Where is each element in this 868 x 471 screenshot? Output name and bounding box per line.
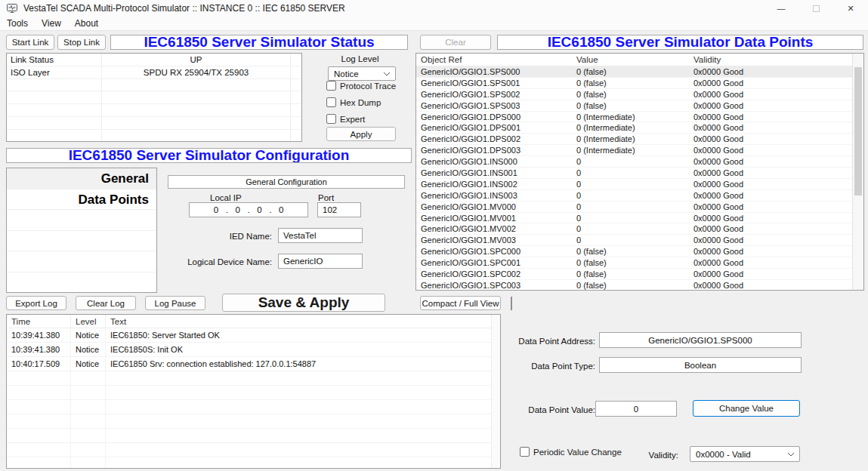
- table-row[interactable]: ISO LayerSPDU RX 25904/TX 25903: [7, 66, 301, 79]
- cell-object-ref: GenericIO/GGIO1.MV003: [416, 235, 572, 245]
- table-row[interactable]: GenericIO/GGIO1.DPS0010 (Intermediate)0x…: [416, 122, 852, 134]
- table-row[interactable]: GenericIO/GGIO1.SPC0010 (false)0x0000 Go…: [416, 257, 852, 269]
- cell-text: [106, 371, 491, 385]
- table-row[interactable]: GenericIO/GGIO1.SPS0020 (false)0x0000 Go…: [416, 89, 852, 100]
- logical-device-name-field[interactable]: GenericIO: [278, 254, 363, 269]
- cell-level: [71, 386, 106, 399]
- checkbox-icon: [326, 81, 336, 91]
- cell-validity: 0x0000 Good: [689, 223, 852, 234]
- cell-time: [7, 400, 71, 414]
- table-row[interactable]: GenericIO/GGIO1.MV00000x0000 Good: [416, 202, 852, 213]
- periodic-value-change-checkbox[interactable]: Periodic Value Change: [520, 447, 622, 457]
- expert-checkbox[interactable]: Expert: [326, 114, 365, 124]
- cell-time: [7, 443, 71, 457]
- scrollbar-thumb[interactable]: [854, 67, 862, 195]
- config-nav-item[interactable]: General: [7, 168, 156, 189]
- cell-value: SPDU RX 25904/TX 25903: [102, 66, 291, 78]
- ied-name-field[interactable]: VestaTel: [278, 228, 363, 243]
- datapoints-section-title: IEC61850 Server Simulator Data Points: [497, 35, 863, 50]
- data-point-value-field[interactable]: 0: [595, 401, 677, 417]
- table-row[interactable]: GenericIO/GGIO1.DPS0000 (Intermediate)0x…: [416, 112, 852, 123]
- cell-validity: 0x0000 Good: [689, 156, 852, 167]
- table-row[interactable]: 10:40:17.509NoticeIEC61850 Srv: connecti…: [7, 357, 491, 371]
- cell-value: 0 (Intermediate): [572, 134, 689, 144]
- table-row[interactable]: GenericIO/GGIO1.SPS0010 (false)0x0000 Go…: [416, 78, 852, 89]
- text-caret: [511, 297, 512, 310]
- table-row[interactable]: GenericIO/GGIO1.DPS0020 (Intermediate)0x…: [416, 134, 852, 145]
- cell-validity: 0x0000 Good: [689, 269, 852, 279]
- minimize-button[interactable]: —: [764, 0, 798, 17]
- menu-about[interactable]: About: [68, 18, 105, 29]
- cell-validity: 0x0000 Good: [689, 257, 852, 268]
- dp-col-value: Value: [572, 55, 689, 64]
- datapoints-scrollbar[interactable]: [852, 54, 863, 290]
- cell-time: 10:39:41.380: [7, 343, 71, 356]
- data-point-address-field[interactable]: GenericIO/GGIO1.SPS000: [599, 332, 802, 348]
- table-row[interactable]: GenericIO/GGIO1.MV00300x0000 Good: [416, 235, 852, 246]
- table-row[interactable]: GenericIO/GGIO1.SPC0020 (false)0x0000 Go…: [416, 269, 852, 280]
- chevron-down-icon: [383, 72, 391, 76]
- cell-level: [71, 429, 106, 442]
- data-point-type-field[interactable]: Boolean: [599, 357, 802, 373]
- cell-spacer: [291, 130, 301, 142]
- cell-value: 0 (false): [572, 78, 689, 88]
- cell-validity: 0x0000 Good: [689, 100, 852, 111]
- cell-object-ref: GenericIO/GGIO1.MV002: [416, 223, 572, 234]
- port-field[interactable]: 102: [317, 202, 361, 217]
- cell-validity: 0x0000 Good: [689, 78, 852, 88]
- protocol-trace-checkbox[interactable]: Protocol Trace: [326, 81, 396, 91]
- config-nav-item[interactable]: Data Points: [7, 189, 156, 211]
- cell-text: [106, 443, 491, 457]
- apply-button[interactable]: Apply: [326, 127, 396, 141]
- table-row[interactable]: GenericIO/GGIO1.SPC0030 (false)0x0000 Go…: [416, 280, 852, 290]
- table-row[interactable]: GenericIO/GGIO1.INS00100x0000 Good: [416, 168, 852, 179]
- hex-dump-checkbox[interactable]: Hex Dump: [326, 97, 381, 107]
- menu-tools[interactable]: Tools: [0, 18, 35, 29]
- cell-spacer: [291, 91, 301, 103]
- log-col-text: Text: [106, 315, 491, 328]
- menu-view[interactable]: View: [35, 18, 68, 29]
- stop-link-button[interactable]: Stop Link: [57, 35, 106, 50]
- log-level-select[interactable]: Notice: [328, 66, 396, 81]
- start-link-button[interactable]: Start Link: [6, 35, 54, 50]
- cell-value: 0: [572, 235, 689, 245]
- table-row[interactable]: GenericIO/GGIO1.SPC0000 (false)0x0000 Go…: [416, 246, 852, 257]
- local-ip-field[interactable]: 0 . 0 . 0 . 0: [189, 202, 308, 217]
- save-apply-button[interactable]: Save & Apply: [222, 294, 385, 312]
- table-row[interactable]: 10:39:41.380NoticeIEC61850: Server Start…: [7, 328, 491, 343]
- cell-spacer: [291, 54, 301, 66]
- validity-select[interactable]: 0x0000 - Valid: [690, 446, 800, 462]
- config-section-title: IEC61850 Server Simulator Configuration: [6, 148, 412, 163]
- cell-object-ref: GenericIO/GGIO1.INS001: [416, 168, 572, 178]
- clear-datapoints-button[interactable]: Clear: [420, 35, 491, 50]
- maximize-button[interactable]: [798, 0, 833, 17]
- table-row[interactable]: GenericIO/GGIO1.MV00200x0000 Good: [416, 223, 852, 235]
- dp-col-objectref: Object Ref: [416, 55, 572, 64]
- table-row[interactable]: GenericIO/GGIO1.SPS0000 (false)0x0000 Go…: [416, 66, 852, 78]
- port-label: Port: [318, 193, 334, 202]
- table-row[interactable]: GenericIO/GGIO1.MV00100x0000 Good: [416, 213, 852, 224]
- datapoints-table-header: Object Ref Value Validity: [416, 54, 852, 66]
- cell-object-ref: GenericIO/GGIO1.MV000: [416, 202, 572, 212]
- table-row[interactable]: Link StatusUP: [7, 54, 301, 66]
- table-row[interactable]: 10:39:41.380NoticeIEC61850S: Init OK: [7, 343, 491, 357]
- table-row[interactable]: GenericIO/GGIO1.INS00000x0000 Good: [416, 156, 852, 168]
- table-row[interactable]: GenericIO/GGIO1.INS00300x0000 Good: [416, 190, 852, 202]
- table-row[interactable]: GenericIO/GGIO1.DPS0030 (Intermediate)0x…: [416, 145, 852, 156]
- table-row: [7, 91, 301, 104]
- config-list-body: GeneralData Points: [7, 168, 156, 293]
- status-table-body: Link StatusUPISO LayerSPDU RX 25904/TX 2…: [7, 54, 301, 142]
- compact-full-view-button[interactable]: Compact / Full View: [420, 296, 501, 310]
- config-nav-empty-row: [7, 272, 156, 293]
- cell-object-ref: GenericIO/GGIO1.SPC000: [416, 246, 572, 257]
- close-button[interactable]: ✕: [833, 0, 868, 17]
- table-row[interactable]: GenericIO/GGIO1.SPS0030 (false)0x0000 Go…: [416, 100, 852, 112]
- cell-value: 0 (false): [572, 100, 689, 111]
- log-col-time: Time: [7, 315, 71, 328]
- export-log-button[interactable]: Export Log: [6, 296, 66, 310]
- cell-value: 0: [572, 156, 689, 167]
- log-pause-button[interactable]: Log Pause: [145, 296, 205, 310]
- clear-log-button[interactable]: Clear Log: [76, 296, 136, 310]
- change-value-button[interactable]: Change Value: [693, 400, 800, 417]
- table-row[interactable]: GenericIO/GGIO1.INS00200x0000 Good: [416, 179, 852, 190]
